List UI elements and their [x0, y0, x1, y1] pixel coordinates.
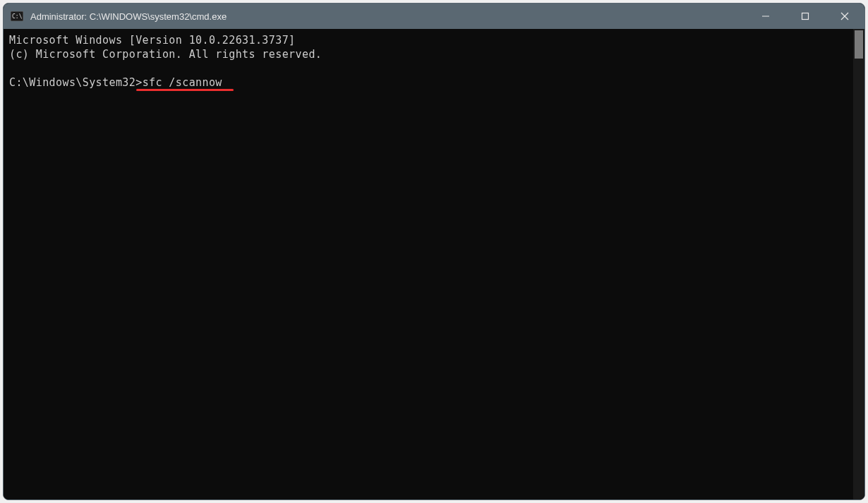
maximize-icon — [801, 12, 809, 20]
version-line: Microsoft Windows [Version 10.0.22631.37… — [9, 33, 859, 47]
svg-text:C:\: C:\ — [12, 13, 23, 20]
maximize-button[interactable] — [785, 4, 825, 29]
window-controls — [746, 4, 864, 29]
terminal-window: C:\ Administrator: C:\WINDOWS\system32\c… — [3, 3, 865, 500]
terminal-output[interactable]: Microsoft Windows [Version 10.0.22631.37… — [4, 29, 864, 499]
command-text: sfc /scannow — [143, 76, 222, 89]
minimize-button[interactable] — [746, 4, 785, 29]
annotation-underline — [136, 89, 234, 91]
cmd-icon: C:\ — [11, 11, 23, 22]
scrollbar-track[interactable] — [853, 29, 864, 499]
prompt-line: C:\Windows\System32>sfc /scannow — [9, 75, 859, 90]
close-button[interactable] — [825, 4, 864, 29]
svg-rect-3 — [802, 13, 809, 20]
minimize-icon — [761, 12, 770, 20]
prompt-text: C:\Windows\System32> — [9, 76, 143, 89]
scrollbar-thumb[interactable] — [855, 30, 863, 59]
titlebar[interactable]: C:\ Administrator: C:\WINDOWS\system32\c… — [4, 4, 864, 29]
copyright-line: (c) Microsoft Corporation. All rights re… — [9, 47, 859, 61]
window-title: Administrator: C:\WINDOWS\system32\cmd.e… — [30, 11, 746, 22]
close-icon — [840, 12, 849, 20]
